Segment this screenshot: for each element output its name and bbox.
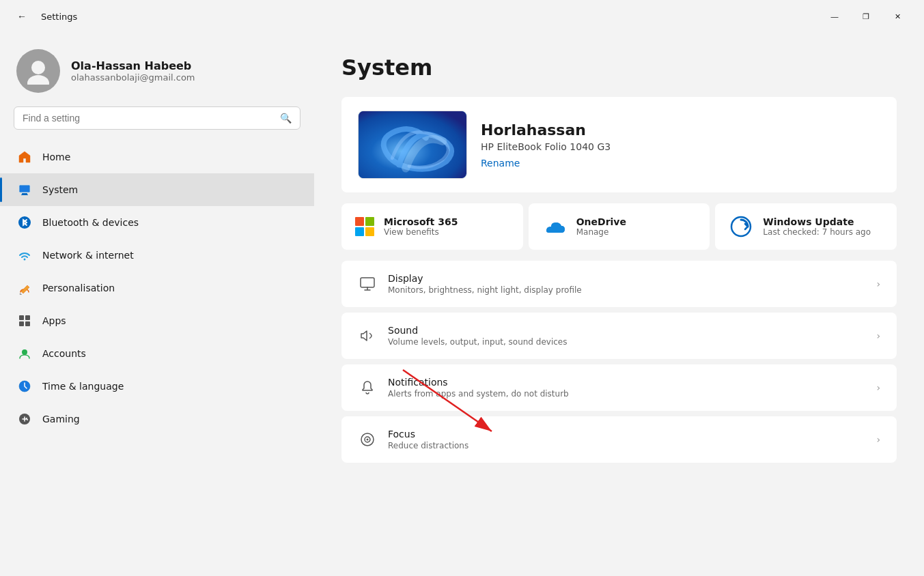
display-icon [358,274,377,293]
window-controls: — ❐ ✕ [819,5,913,27]
service-ms365-info: Microsoft 365 View benefits [384,216,458,237]
svg-rect-9 [19,293,22,295]
service-onedrive[interactable]: OneDrive Manage [529,203,710,250]
setting-display-desc: Monitors, brightness, night light, displ… [388,285,865,295]
ms365-icon [355,217,374,236]
device-name: Horlahassan [481,121,611,139]
accounts-icon [16,345,33,362]
service-action: View benefits [384,227,458,237]
sidebar-item-system[interactable]: System [0,173,314,206]
device-card: Horlahassan HP EliteBook Folio 1040 G3 R… [341,97,897,192]
device-thumbnail [358,111,467,179]
user-profile[interactable]: Ola-Hassan Habeeb olahassanbolaji@gmail.… [0,33,314,106]
sidebar-item-label: Accounts [42,348,86,359]
sidebar-item-label: Gaming [42,414,80,424]
service-action: Last checked: 7 hours ago [763,227,871,237]
search-input[interactable] [23,113,275,124]
search-icon: 🔍 [280,113,292,124]
svg-rect-6 [21,195,28,195]
focus-icon [358,430,377,449]
chevron-right-icon: › [876,330,880,341]
search-box[interactable]: 🔍 [14,106,300,130]
back-button[interactable]: ← [11,5,33,27]
maximize-button[interactable]: ❐ [850,5,882,27]
sidebar-item-label: Apps [42,315,66,326]
sidebar-item-apps[interactable]: Apps [0,304,314,337]
services-row: Microsoft 365 View benefits OneDrive Man… [341,203,897,250]
service-action: Manage [576,227,626,237]
sidebar-item-home[interactable]: Home [0,141,314,173]
setting-focus[interactable]: Focus Reduce distractions › [341,416,897,463]
device-info: Horlahassan HP EliteBook Folio 1040 G3 R… [481,121,611,169]
search-container: 🔍 [0,106,314,141]
sidebar-item-network[interactable]: Network & internet [0,239,314,272]
service-winupdate[interactable]: Windows Update Last checked: 7 hours ago [715,203,897,250]
svg-rect-12 [19,321,24,326]
setting-focus-name: Focus [388,429,865,440]
setting-display-name: Display [388,273,865,284]
sidebar: Ola-Hassan Habeeb olahassanbolaji@gmail.… [0,33,314,576]
rename-link[interactable]: Rename [481,158,611,169]
home-icon [16,149,33,165]
svg-rect-5 [22,193,27,195]
avatar [16,49,60,93]
service-onedrive-info: OneDrive Manage [576,216,626,237]
svg-rect-10 [19,315,24,320]
titlebar: ← Settings — ❐ ✕ [0,0,924,33]
setting-sound[interactable]: Sound Volume levels, output, input, soun… [341,313,897,359]
sidebar-item-time[interactable]: Time & language [0,370,314,403]
sound-icon [358,326,377,345]
setting-notifications-desc: Alerts from apps and system, do not dist… [388,389,865,399]
svg-rect-13 [25,321,30,326]
chevron-right-icon: › [876,434,880,445]
setting-display-text: Display Monitors, brightness, night ligh… [388,273,865,295]
sidebar-item-accounts[interactable]: Accounts [0,337,314,370]
main-content: System [314,33,924,576]
wifi-icon [16,247,33,263]
setting-display[interactable]: Display Monitors, brightness, night ligh… [341,261,897,307]
svg-point-14 [22,349,27,355]
svg-point-8 [24,259,26,261]
setting-notifications-text: Notifications Alerts from apps and syste… [388,377,865,399]
service-name: Windows Update [763,216,871,227]
user-name: Ola-Hassan Habeeb [71,59,195,72]
sidebar-item-personalisation[interactable]: Personalisation [0,272,314,304]
user-email: olahassanbolaji@gmail.com [71,72,195,83]
setting-sound-desc: Volume levels, output, input, sound devi… [388,337,865,347]
service-ms365[interactable]: Microsoft 365 View benefits [341,203,523,250]
minimize-button[interactable]: — [819,5,850,27]
app-title: Settings [41,12,77,22]
setting-sound-name: Sound [388,325,865,336]
setting-sound-text: Sound Volume levels, output, input, soun… [388,325,865,347]
setting-focus-text: Focus Reduce distractions [388,429,865,450]
sidebar-nav: Home System [0,141,314,435]
personalisation-icon [16,280,33,296]
sidebar-item-bluetooth[interactable]: Bluetooth & devices [0,206,314,239]
svg-point-17 [26,418,27,419]
notifications-icon [358,378,377,397]
close-button[interactable]: ✕ [882,5,913,27]
setting-notifications-name: Notifications [388,377,865,388]
onedrive-icon [542,214,567,239]
titlebar-left: ← Settings [11,5,77,27]
winupdate-icon [729,214,753,239]
setting-focus-desc: Reduce distractions [388,441,865,450]
apps-icon [16,313,33,329]
service-name: OneDrive [576,216,626,227]
avatar-icon [25,57,52,85]
svg-point-26 [367,439,369,441]
service-winupdate-info: Windows Update Last checked: 7 hours ago [763,216,871,237]
sidebar-item-label: Home [42,152,70,162]
settings-list-wrapper: Display Monitors, brightness, night ligh… [341,261,897,463]
sidebar-item-label: Bluetooth & devices [42,217,139,228]
svg-rect-23 [361,278,374,287]
device-model: HP EliteBook Folio 1040 G3 [481,141,611,152]
setting-notifications[interactable]: Notifications Alerts from apps and syste… [341,364,897,411]
svg-point-7 [18,216,31,229]
svg-rect-11 [25,315,30,320]
sidebar-item-gaming[interactable]: Gaming [0,403,314,435]
time-icon [16,378,33,394]
app-body: Ola-Hassan Habeeb olahassanbolaji@gmail.… [0,33,924,576]
svg-point-1 [27,75,49,85]
gaming-icon [16,411,33,427]
